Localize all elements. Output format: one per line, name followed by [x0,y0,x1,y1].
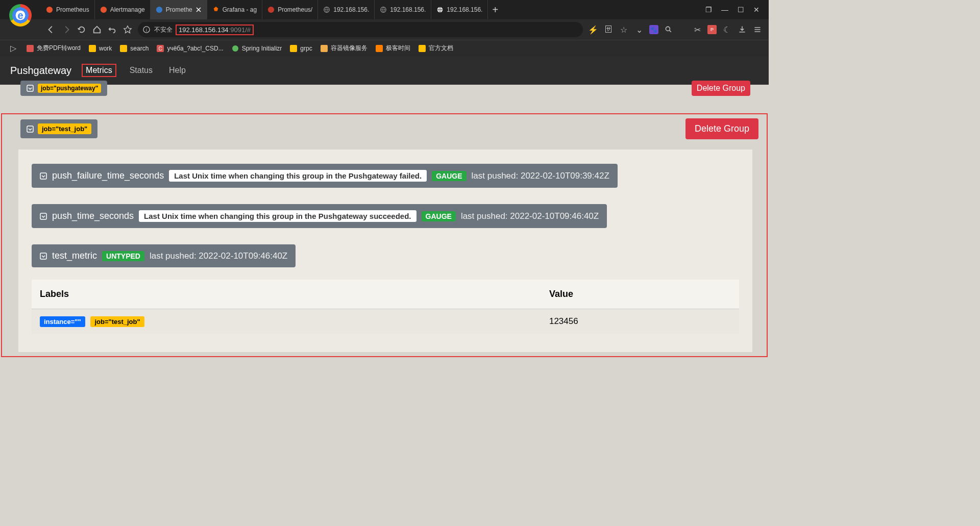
tab-ip-1[interactable]: 192.168.156. [318,0,375,19]
tab-label: 192.168.156. [390,6,426,13]
tab-label: Prometheus [56,6,89,13]
svg-text:i: i [146,28,147,33]
highlighted-group-box: job="test_job" Delete Group push_failure… [1,113,768,357]
svg-rect-25 [40,253,46,259]
chevron-down-icon[interactable]: ⌄ [634,24,644,35]
bookmark-csd[interactable]: Cучёба_?abc!_CSD... [157,45,223,52]
tab-prometheus[interactable]: Prometheus [41,0,95,19]
menu-icon[interactable] [752,24,763,35]
svg-point-16 [232,45,238,52]
home-icon[interactable] [92,24,102,35]
bookmark-label: work [99,45,112,52]
metric-name: test_metric [52,251,97,261]
col-labels: Labels [32,280,541,309]
browser-logo-icon [9,4,32,27]
back-icon[interactable] [46,24,56,35]
star-icon[interactable] [122,24,133,35]
page-viewport[interactable]: Pushgateway Metrics Status Help job="pus… [0,56,769,412]
bookmark-label: 容器镜像服务 [331,44,368,53]
tab-strip: Prometheus Alertmanage Promethe Grafana … [0,0,769,19]
tab-label: Promethe [166,6,192,13]
maximize-icon[interactable]: ☐ [738,6,744,14]
bookmark-docs[interactable]: 官方文档 [419,44,453,53]
metric-type-badge: UNTYPED [102,251,144,261]
browser-chrome: Prometheus Alertmanage Promethe Grafana … [0,0,769,56]
delete-group-button-partial[interactable]: Delete Group [692,81,750,96]
globe-icon [323,6,330,13]
bookmark-geek[interactable]: 极客时间 [376,44,410,53]
pdf-ext-icon[interactable]: P [707,25,717,34]
partial-prev-group: job="pushgateway" Delete Group [0,81,769,96]
dark-mode-icon[interactable]: ☾ [722,24,732,35]
scissors-icon[interactable]: ✂ [692,24,702,35]
metric-pushed: last pushed: 2022-02-10T09:46:40Z [150,251,287,261]
group-test-job-toggle[interactable]: job="test_job" [20,119,97,138]
metric-test-metric[interactable]: test_metric UNTYPED last pushed: 2022-02… [32,244,296,267]
tab-overview-icon[interactable]: ❐ [705,6,712,14]
bookmark-pdf[interactable]: 免费PDF转word [27,44,81,53]
expand-icon [27,85,34,92]
toolbar-right: ⚡ 🈂 ☆ ⌄ 🐾 ✂ P ☾ [588,24,763,35]
expand-icon [27,126,34,133]
prometheus-icon [46,6,53,13]
nav-metrics[interactable]: Metrics [82,64,116,77]
bookmarks-bar: ▷ 免费PDF转word work search Cучёба_?abc!_CS… [0,40,769,56]
delete-group-button[interactable]: Delete Group [685,118,758,139]
tab-label: Prometheus/ [278,6,312,13]
bookmark-work[interactable]: work [89,45,112,52]
tab-grafana[interactable]: Grafana - ag [207,0,262,19]
table-row: instance="" job="test_job" 123456 [32,309,739,334]
paw-icon[interactable]: 🐾 [649,25,658,34]
svg-rect-23 [40,173,46,179]
bookmark-grpc[interactable]: grpc [290,45,312,52]
brand-label: Pushgateway [10,65,71,77]
bookmark-star-icon[interactable]: ☆ [619,24,629,35]
group-header-row: job="test_job" Delete Group [20,118,758,139]
globe-icon [436,6,444,13]
group-pushgateway-collapsed[interactable]: job="pushgateway" [20,81,107,96]
tab-alertmanager[interactable]: Alertmanage [95,0,151,19]
download-icon[interactable] [737,24,747,35]
apps-icon[interactable] [679,26,687,34]
metric-push-time[interactable]: push_time_seconds Last Unix time when ch… [32,204,607,228]
minimize-icon[interactable]: — [721,6,728,14]
nav-help[interactable]: Help [166,65,189,76]
bookmark-container[interactable]: 容器镜像服务 [321,44,368,53]
bookmark-label: учёба_?abc!_CSD... [167,45,223,52]
metric-type-badge: GAUGE [422,211,456,221]
svg-rect-24 [40,213,46,219]
svg-rect-20 [419,45,426,52]
bookmark-label: Spring Initializr [242,45,282,52]
tab-ip-2[interactable]: 192.168.156. [375,0,431,19]
tab-ip-3[interactable]: 192.168.156. [431,0,488,19]
address-bar[interactable]: i 不安全 192.168.156.134:9091/# [138,22,583,37]
tab-pushgateway-active[interactable]: Promethe [151,0,207,19]
bookmark-search[interactable]: search [120,45,149,52]
grafana-icon [212,6,219,13]
prometheus-icon [100,6,107,13]
navigation-bar: i 不安全 192.168.156.134:9091/# ⚡ 🈂 ☆ ⌄ 🐾 ✂… [0,19,769,40]
bookmark-label: 官方文档 [429,44,453,53]
metric-push-failure[interactable]: push_failure_time_seconds Last Unix time… [32,164,618,188]
bookmark-spring[interactable]: Spring Initializr [232,45,282,52]
close-window-icon[interactable]: ✕ [753,6,760,14]
reload-icon[interactable] [77,24,87,35]
new-tab-button[interactable]: + [488,3,502,17]
nav-status[interactable]: Status [127,65,156,76]
svg-point-1 [101,7,107,13]
tab-label: Grafana - ag [223,6,257,13]
close-icon[interactable] [195,7,202,13]
translate-icon[interactable]: 🈂 [603,24,614,35]
expand-bookmarks-icon[interactable]: ▷ [8,43,18,54]
tab-label: Alertmanage [110,6,145,13]
search-icon[interactable] [664,24,674,35]
bolt-icon[interactable]: ⚡ [588,24,598,35]
forward-icon[interactable] [61,24,71,35]
undo-icon[interactable] [107,24,117,35]
tab-label: 192.168.156. [447,6,482,13]
svg-text:C: C [159,46,162,52]
svg-rect-11 [27,45,34,52]
tab-prometheus-docs[interactable]: Prometheus/ [262,0,318,19]
svg-rect-21 [27,85,33,91]
collapse-icon [40,213,47,220]
